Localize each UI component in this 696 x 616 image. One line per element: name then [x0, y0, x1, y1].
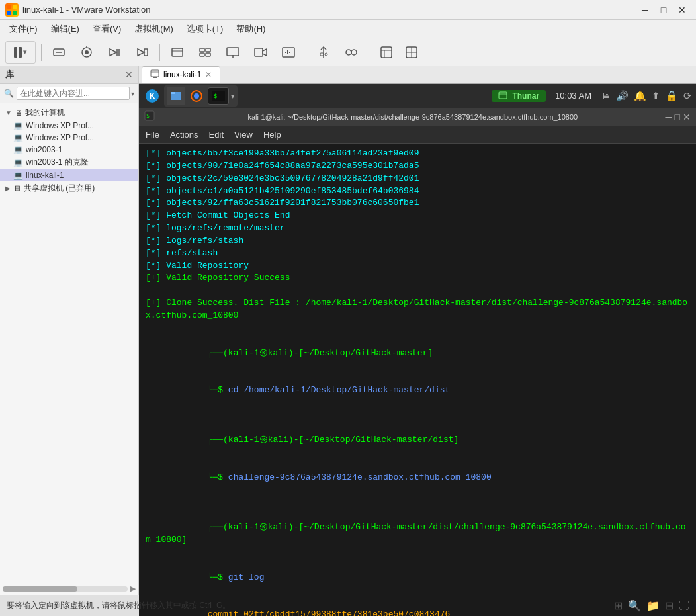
- svg-rect-14: [200, 48, 204, 52]
- svg-rect-21: [255, 48, 263, 56]
- kali-terminal-button[interactable]: $_: [208, 87, 229, 105]
- svg-text:$_: $_: [214, 93, 221, 99]
- svg-rect-3: [13, 11, 17, 15]
- svg-text:K: K: [150, 91, 155, 101]
- menu-view[interactable]: 查看(V): [86, 21, 128, 38]
- terminal-body[interactable]: [*] objects/bb/f3ce199a33bb7a4fef275a061…: [139, 144, 696, 616]
- term-line: [*] Fetch Commit Objects End: [146, 210, 689, 222]
- term-line: [*] logs/refs/remote/master: [146, 222, 689, 235]
- menu-bar: 文件(F) 编辑(E) 查看(V) 虚拟机(M) 选项卡(T) 帮助(H): [0, 20, 696, 38]
- search-icon: 🔍: [4, 89, 14, 98]
- status-icon-4[interactable]: ⊟: [665, 599, 674, 612]
- term-menu-edit[interactable]: Edit: [209, 130, 224, 140]
- fullscreen-button[interactable]: [165, 41, 189, 64]
- display-button[interactable]: [221, 41, 245, 64]
- term-menu-view[interactable]: View: [234, 130, 253, 140]
- vm-icon: 💻: [13, 121, 23, 130]
- library-title: 库: [5, 69, 14, 81]
- terminal-title-text: kali-1@kali: ~/Desktop/GitHack-master/di…: [160, 113, 666, 121]
- shutdown-button[interactable]: [130, 41, 154, 64]
- term-prompt-challenge: ┌──(kali-1㉿kali)-[~/Desktop/GitHack-mast…: [146, 422, 689, 497]
- tree-item-shared-vms[interactable]: ▶ 🖥 共享虚拟机 (已弃用): [0, 181, 138, 195]
- tree-item-winxp1[interactable]: 💻 Windows XP Prof...: [0, 120, 138, 132]
- kali-more-apps-icon[interactable]: ▾: [231, 92, 235, 101]
- term-line: [*] objects/c1/a0a5121b425109290ef853485…: [146, 185, 689, 198]
- term-menu-help[interactable]: Help: [263, 130, 281, 140]
- library-search-input[interactable]: [17, 87, 130, 100]
- tree-item-win2003[interactable]: 💻 win2003-1: [0, 144, 138, 155]
- svg-point-30: [351, 50, 357, 55]
- suspend-button[interactable]: [103, 41, 126, 64]
- terminal-maximize-button[interactable]: □: [675, 112, 680, 122]
- unity-button[interactable]: [193, 41, 217, 64]
- vm-tab-linux-kali[interactable]: linux-kali-1 ✕: [142, 66, 220, 83]
- app-logo: [5, 3, 19, 17]
- search-dropdown-icon[interactable]: ▾: [131, 90, 134, 97]
- tree-arrow-expand: ▼: [5, 109, 12, 116]
- menu-vm[interactable]: 虚拟机(M): [128, 21, 180, 38]
- kali-power-icon[interactable]: ⟳: [683, 90, 692, 102]
- vm-icon-2: 💻: [13, 133, 23, 142]
- svg-rect-11: [144, 49, 148, 56]
- svg-rect-16: [200, 53, 204, 56]
- kali-volume-icon[interactable]: 🔊: [616, 90, 629, 102]
- menu-edit[interactable]: 编辑(E): [44, 21, 86, 38]
- more-button[interactable]: [402, 41, 421, 64]
- tree-item-winxp2[interactable]: 💻 Windows XP Prof...: [0, 132, 138, 144]
- library-close-button[interactable]: ✕: [125, 69, 133, 80]
- status-icon-2[interactable]: 🔍: [628, 599, 641, 612]
- video-button[interactable]: [249, 41, 273, 64]
- tree-item-win2003-clone[interactable]: 💻 win2003-1 的克隆: [0, 155, 138, 169]
- term-line: [+] Clone Success. Dist File : /home/kal…: [146, 297, 689, 322]
- svg-rect-12: [172, 48, 183, 56]
- term-menu-actions[interactable]: Actions: [170, 130, 198, 140]
- tree-arrow-shared: ▶: [5, 185, 11, 192]
- tree-item-my-computer[interactable]: ▼ 🖥 我的计算机: [0, 106, 138, 120]
- pause-button[interactable]: ▾: [5, 41, 36, 64]
- svg-rect-39: [153, 77, 157, 78]
- snapshot-button[interactable]: [75, 41, 99, 64]
- kali-network-icon: ⬆: [652, 90, 660, 102]
- term-line: [*] refs/stash: [146, 247, 689, 260]
- status-icon-1[interactable]: ⊞: [614, 599, 623, 612]
- status-icon-3[interactable]: 📁: [646, 599, 660, 612]
- menu-tab[interactable]: 选项卡(T): [180, 21, 230, 38]
- term-line: [*] logs/refs/stash: [146, 235, 689, 247]
- vm-tab-close-button[interactable]: ✕: [205, 70, 212, 79]
- terminal-close-button[interactable]: ✕: [683, 112, 691, 122]
- horizontal-scrollbar[interactable]: [3, 586, 128, 592]
- kali-browser-button[interactable]: [187, 87, 206, 105]
- send-ctrl-alt-del-button[interactable]: [47, 41, 71, 64]
- svg-rect-2: [7, 11, 11, 15]
- kali-notify-icon[interactable]: 🔔: [634, 90, 646, 102]
- scroll-right-button[interactable]: ▶: [130, 584, 136, 593]
- usb-button[interactable]: [312, 41, 335, 64]
- close-button[interactable]: ✕: [674, 3, 691, 17]
- maximize-button[interactable]: □: [655, 3, 672, 17]
- terminal-title-bar: $ kali-1@kali: ~/Desktop/GitHack-master/…: [139, 108, 696, 126]
- term-line: [*] objects/2c/59e3024e3bc35097677820492…: [146, 173, 689, 185]
- svg-rect-18: [227, 48, 239, 56]
- term-line: [*] objects/90/71e0a24f654c88aa97a2273ca…: [146, 160, 689, 173]
- audio-button[interactable]: [277, 41, 300, 64]
- svg-point-28: [325, 53, 327, 56]
- vm-icon-5: 💻: [13, 171, 23, 180]
- kali-active-window-label[interactable]: Thunar: [492, 90, 546, 103]
- minimize-button[interactable]: ─: [636, 3, 654, 17]
- menu-help[interactable]: 帮助(H): [230, 21, 272, 38]
- menu-file[interactable]: 文件(F): [3, 21, 44, 38]
- help-button[interactable]: [374, 41, 398, 64]
- svg-rect-15: [206, 48, 210, 52]
- connect-button[interactable]: [339, 41, 363, 64]
- kali-logo-button[interactable]: K: [143, 87, 161, 105]
- kali-files-button[interactable]: [167, 87, 185, 105]
- term-menu-file[interactable]: File: [146, 130, 159, 140]
- status-fullscreen-icon[interactable]: ⛶: [679, 600, 689, 612]
- kali-time-label: 10:03 AM: [555, 91, 591, 101]
- svg-rect-31: [381, 47, 392, 58]
- kali-taskbar-right: Thunar 10:03 AM 🖥 🔊 🔔 ⬆ 🔒 ⟳: [492, 90, 692, 103]
- kali-taskbar: K: [139, 84, 696, 108]
- terminal-minimize-button[interactable]: ─: [666, 112, 672, 122]
- tree-item-linux-kali[interactable]: 💻 linux-kali-1: [0, 169, 138, 181]
- svg-rect-0: [7, 5, 11, 9]
